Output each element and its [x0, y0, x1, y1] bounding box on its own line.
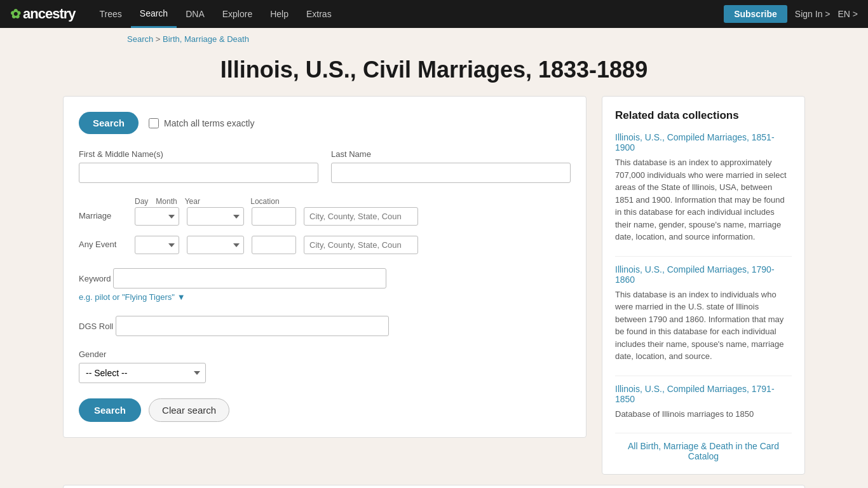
- marriage-location-input[interactable]: [304, 207, 418, 226]
- content-layout: Search Match all terms exactly First & M…: [63, 96, 805, 475]
- date-headers-row: Day Month Year Location: [79, 196, 571, 206]
- divider-2: [615, 376, 792, 376]
- nav-links: Trees Search DNA Explore Help Extras: [91, 0, 722, 28]
- first-name-label: First & Middle Name(s): [79, 149, 318, 159]
- collection-link-1[interactable]: Illinois, U.S., Compiled Marriages, 1790…: [615, 264, 792, 285]
- month-header-col: Month: [156, 197, 177, 206]
- ancestry-logo: ✿ ancestry: [10, 6, 76, 22]
- marriage-label: Marriage: [79, 211, 130, 226]
- related-title: Related data collections: [615, 109, 792, 122]
- search-button-top[interactable]: Search: [79, 112, 139, 134]
- any-event-location-group: [304, 236, 418, 254]
- any-event-day-select[interactable]: 12345 678910 1112131415 1617181920 21222…: [135, 236, 179, 254]
- all-collections-link[interactable]: All Birth, Marriage & Death in the Card …: [615, 441, 792, 461]
- keyword-label: Keyword: [79, 274, 111, 283]
- collection-item-0: Illinois, U.S., Compiled Marriages, 1851…: [615, 132, 792, 243]
- breadcrumb-separator: >: [156, 34, 163, 44]
- sidebar: Related data collections Illinois, U.S.,…: [602, 96, 805, 475]
- nav-dna[interactable]: DNA: [177, 0, 214, 28]
- collection-item-1: Illinois, U.S., Compiled Marriages, 1790…: [615, 264, 792, 363]
- divider-1: [615, 256, 792, 257]
- any-event-day-group: 12345 678910 1112131415 1617181920 21222…: [135, 236, 179, 254]
- any-event-location-input[interactable]: [304, 236, 418, 254]
- any-event-month-group: JanFebMarApr MayJunJulAug SepOctNovDec: [187, 236, 244, 254]
- dgs-label: DGS Roll: [79, 322, 113, 331]
- action-buttons: Search Clear search: [79, 398, 571, 422]
- chevron-down-icon: ▼: [177, 292, 186, 302]
- any-event-year-group: [252, 236, 296, 254]
- keyword-section: Keyword e.g. pilot or "Flying Tigers" ▼: [79, 264, 571, 302]
- breadcrumb-search-link[interactable]: Search: [127, 34, 153, 44]
- collection-desc-2: Database of Illinois marriages to 1850: [615, 408, 792, 421]
- marriage-year-group: [252, 207, 296, 226]
- subscribe-button[interactable]: Subscribe: [724, 5, 787, 23]
- gender-section: Gender -- Select -- Male Female: [79, 349, 571, 383]
- marriage-event-row: Marriage 12345 678910 1112131415 1617181…: [79, 207, 571, 226]
- brand-name: ancestry: [23, 6, 76, 22]
- language-selector[interactable]: EN >: [837, 9, 858, 19]
- nav-extras[interactable]: Extras: [297, 0, 341, 28]
- search-panel: Search Match all terms exactly First & M…: [63, 96, 587, 438]
- last-name-label: Last Name: [331, 149, 571, 159]
- nav-trees[interactable]: Trees: [91, 0, 131, 28]
- dgs-section: DGS Roll: [79, 312, 571, 336]
- leaf-icon: ✿: [10, 6, 20, 22]
- first-name-group: First & Middle Name(s): [79, 149, 318, 183]
- marriage-location-group: [304, 207, 418, 226]
- location-header-col: Location: [208, 196, 322, 206]
- match-exact-label[interactable]: Match all terms exactly: [149, 118, 254, 128]
- gender-select[interactable]: -- Select -- Male Female: [79, 363, 206, 383]
- nav-right: Subscribe Sign In > EN >: [724, 5, 858, 23]
- collection-item-2: Illinois, U.S., Compiled Marriages, 1791…: [615, 384, 792, 421]
- keyword-input[interactable]: [113, 268, 386, 288]
- collection-desc-1: This database is an index to individuals…: [615, 288, 792, 363]
- clear-search-button[interactable]: Clear search: [149, 398, 229, 422]
- search-button-bottom[interactable]: Search: [79, 398, 141, 422]
- first-name-input[interactable]: [79, 163, 318, 183]
- related-collections: Related data collections Illinois, U.S.,…: [602, 96, 805, 475]
- marriage-day-select[interactable]: 12345 678910 1112131415 1617181920 21222…: [135, 207, 179, 226]
- any-event-month-select[interactable]: JanFebMarApr MayJunJulAug SepOctNovDec: [187, 236, 244, 254]
- breadcrumb-current-link[interactable]: Birth, Marriage & Death: [163, 34, 249, 44]
- page-title: Illinois, U.S., Civil Marriages, 1833-18…: [63, 57, 805, 83]
- brand-logo[interactable]: ✿ ancestry: [10, 6, 76, 22]
- last-name-input[interactable]: [331, 163, 571, 183]
- search-top-bar: Search Match all terms exactly: [79, 112, 571, 134]
- nav-explore[interactable]: Explore: [214, 0, 261, 28]
- any-event-label: Any Event: [79, 240, 130, 254]
- navbar: ✿ ancestry Trees Search DNA Explore Help…: [0, 0, 868, 28]
- collection-desc-0: This database is an index to approximate…: [615, 156, 792, 243]
- match-exact-checkbox[interactable]: [149, 118, 159, 128]
- nav-search[interactable]: Search: [131, 0, 177, 28]
- nav-help[interactable]: Help: [261, 0, 297, 28]
- sign-in-link[interactable]: Sign In >: [795, 9, 831, 19]
- gender-label: Gender: [79, 349, 106, 359]
- last-name-group: Last Name: [331, 149, 571, 183]
- divider-3: [615, 433, 792, 433]
- keyword-hint[interactable]: e.g. pilot or "Flying Tigers" ▼: [79, 292, 571, 302]
- day-header-col: Day: [135, 197, 148, 206]
- marriage-year-input[interactable]: [252, 207, 296, 226]
- collection-link-2[interactable]: Illinois, U.S., Compiled Marriages, 1791…: [615, 384, 792, 404]
- main-content: Illinois, U.S., Civil Marriages, 1833-18…: [53, 57, 815, 488]
- year-header-col: Year: [185, 197, 200, 206]
- dgs-input[interactable]: [116, 316, 389, 336]
- breadcrumb: Search > Birth, Marriage & Death: [0, 28, 868, 50]
- marriage-month-select[interactable]: JanFebMarApr MayJunJulAug SepOctNovDec: [187, 207, 244, 226]
- collection-link-0[interactable]: Illinois, U.S., Compiled Marriages, 1851…: [615, 132, 792, 152]
- marriage-month-group: JanFebMarApr MayJunJulAug SepOctNovDec: [187, 207, 244, 226]
- marriage-day-group: 12345 678910 1112131415 1617181920 21222…: [135, 207, 179, 226]
- any-event-row: Any Event 12345 678910 1112131415 161718…: [79, 236, 571, 254]
- any-event-year-input[interactable]: [252, 236, 296, 254]
- name-fields-row: First & Middle Name(s) Last Name: [79, 149, 571, 183]
